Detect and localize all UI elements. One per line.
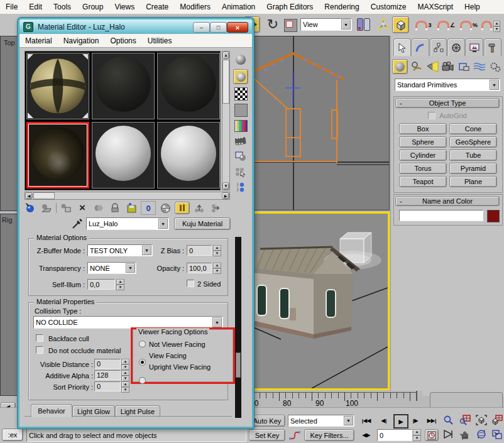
backlight-button[interactable] xyxy=(233,69,248,84)
button-box[interactable]: Box xyxy=(399,123,447,134)
chevron-down-icon[interactable]: ▼ xyxy=(212,317,222,327)
snaps-toggle-button[interactable] xyxy=(392,16,409,33)
menu-tools[interactable]: Tools xyxy=(48,0,77,14)
material-id-channel-button[interactable]: 0 xyxy=(141,201,156,215)
tab-utilities[interactable] xyxy=(484,38,501,56)
show-map-in-viewport-button[interactable] xyxy=(158,202,172,214)
me-minimize-button[interactable]: – xyxy=(193,22,210,33)
go-to-end-button[interactable]: ▶▶| xyxy=(424,415,440,426)
button-plane[interactable]: Plane xyxy=(449,176,497,187)
button-tube[interactable]: Tube xyxy=(449,150,497,161)
tab-hierarchy[interactable] xyxy=(430,38,447,56)
next-frame-button[interactable]: |▶ xyxy=(408,415,422,426)
viewport-front-wireframe[interactable] xyxy=(248,36,390,211)
zoom-all-button[interactable] xyxy=(457,413,472,426)
me-close-button[interactable]: × xyxy=(227,22,248,33)
timeline-ruler[interactable]: 70 80 90 100 xyxy=(246,391,422,407)
menu-edit[interactable]: Edit xyxy=(23,0,48,14)
video-color-check-button[interactable] xyxy=(234,120,248,132)
material-name-dropdown[interactable]: Luz_Halo ▼ xyxy=(86,217,169,230)
play-button[interactable]: ▶ xyxy=(393,414,408,429)
scroll-left-button[interactable]: ◀ xyxy=(25,192,33,199)
rollout-collapse-icon[interactable]: - xyxy=(400,197,402,205)
menu-group[interactable]: Group xyxy=(77,0,109,14)
angle-snap-toggle-button[interactable]: ∠ xyxy=(436,19,456,31)
make-unique-button[interactable] xyxy=(108,202,122,214)
slots-hscrollbar[interactable]: ◀ ▶ xyxy=(25,192,230,200)
spinner-down-icon[interactable]: ▼ xyxy=(413,435,421,442)
go-to-parent-button[interactable] xyxy=(192,202,206,214)
selfillum-field[interactable]: 0,0 xyxy=(87,279,115,290)
occlude-checkbox[interactable] xyxy=(36,346,43,354)
zoom-extents-button[interactable] xyxy=(474,413,488,426)
collision-type-dropdown[interactable]: NO COLLIDE ▼ xyxy=(33,316,223,329)
material-type-button[interactable]: Kuju Material xyxy=(174,217,231,230)
sample-slot-6[interactable] xyxy=(157,122,220,189)
me-menu-material[interactable]: Material xyxy=(19,34,58,47)
menu-maxscript[interactable]: MAXScript xyxy=(412,0,459,14)
lights-category-button[interactable] xyxy=(425,60,439,73)
sample-type-button[interactable] xyxy=(233,52,248,67)
scale-tool-button[interactable] xyxy=(284,19,297,32)
select-manipulate-button[interactable] xyxy=(377,18,390,31)
button-teapot[interactable]: Teapot xyxy=(399,176,447,187)
background-button[interactable] xyxy=(234,87,248,101)
transparency-dropdown[interactable]: NONE ▼ xyxy=(87,262,136,274)
pick-material-button[interactable] xyxy=(70,217,84,231)
object-color-swatch[interactable] xyxy=(487,210,500,222)
key-filters-button[interactable]: Key Filters... xyxy=(304,429,354,441)
selfillum-spinner[interactable]: ▲▼ xyxy=(116,279,124,290)
key-mode-toggle-button[interactable]: ◀▶ xyxy=(358,429,375,440)
chevron-down-icon[interactable]: ▼ xyxy=(126,263,135,273)
select-by-material-button[interactable] xyxy=(233,165,248,179)
tab-modify[interactable] xyxy=(412,38,429,56)
rotate-tool-button[interactable]: ↻ xyxy=(264,15,282,34)
two-sided-checkbox[interactable] xyxy=(187,280,194,287)
chevron-down-icon[interactable]: ▼ xyxy=(344,416,353,425)
me-menu-utilities[interactable]: Utilities xyxy=(142,34,178,47)
viewport-bottom-left[interactable]: Rig xyxy=(0,214,18,396)
menu-rendering[interactable]: Rendering xyxy=(319,0,364,14)
menu-graph-editors[interactable]: Graph Editors xyxy=(261,0,319,14)
previous-frame-button[interactable]: ◀| xyxy=(377,415,391,426)
reset-material-button[interactable]: × xyxy=(75,202,89,214)
angle-snap-button[interactable]: 3 xyxy=(414,19,434,31)
scroll-thumb[interactable] xyxy=(33,192,55,199)
opacity-field[interactable]: 100,0 xyxy=(187,263,212,273)
menu-help[interactable]: Help xyxy=(459,0,486,14)
spinner-snap-button[interactable]: ▲▼ xyxy=(481,19,500,31)
ref-coord-dropdown[interactable]: View ▼ xyxy=(300,18,352,31)
sample-slot-4-selected[interactable] xyxy=(26,122,89,189)
autogrid-checkbox[interactable] xyxy=(428,112,436,119)
sample-slot-1[interactable] xyxy=(26,53,89,119)
use-pivot-center-button[interactable] xyxy=(356,17,372,33)
chevron-down-icon[interactable]: ▼ xyxy=(142,246,151,255)
spinner-up-icon[interactable]: ▲ xyxy=(413,429,421,435)
scroll-up-button[interactable]: ▲ xyxy=(222,52,229,59)
radio-upright-view-facing[interactable] xyxy=(139,377,146,384)
name-color-header[interactable]: - Name and Color xyxy=(395,196,500,206)
zbias-spinner[interactable]: ▲▼ xyxy=(213,245,221,256)
shapes-category-button[interactable] xyxy=(409,60,424,73)
button-geosphere[interactable]: GeoSphere xyxy=(449,136,497,148)
frame-spinner[interactable]: ▲ ▼ xyxy=(413,429,421,441)
menu-modifiers[interactable]: Modifiers xyxy=(174,0,216,14)
zoom-extents-all-button[interactable] xyxy=(490,413,504,426)
object-type-header[interactable]: - Object Type xyxy=(395,98,500,108)
me-title-bar[interactable]: G Material Editor - Luz_Halo – □ × xyxy=(19,19,252,35)
rollout-collapse-icon[interactable]: - xyxy=(400,99,402,107)
params-scroll-thumb[interactable] xyxy=(236,353,241,378)
mini-listener-tab[interactable]: :ex xyxy=(2,429,23,441)
helpers-category-button[interactable] xyxy=(456,60,471,73)
make-material-copy-button[interactable] xyxy=(92,202,106,214)
material-map-navigator-button[interactable] xyxy=(233,181,248,195)
additive-alpha-field[interactable]: 128 xyxy=(94,370,121,380)
me-maximize-button[interactable]: □ xyxy=(210,22,227,33)
put-to-library-button[interactable] xyxy=(124,202,138,214)
button-torus[interactable]: Torus xyxy=(399,163,447,174)
sort-priority-field[interactable]: 0 xyxy=(94,381,121,391)
me-menu-navigation[interactable]: Navigation xyxy=(58,34,105,47)
menu-animation[interactable]: Animation xyxy=(216,0,261,14)
current-frame-field[interactable]: 0 xyxy=(377,429,412,441)
scroll-thumb[interactable] xyxy=(222,60,229,104)
